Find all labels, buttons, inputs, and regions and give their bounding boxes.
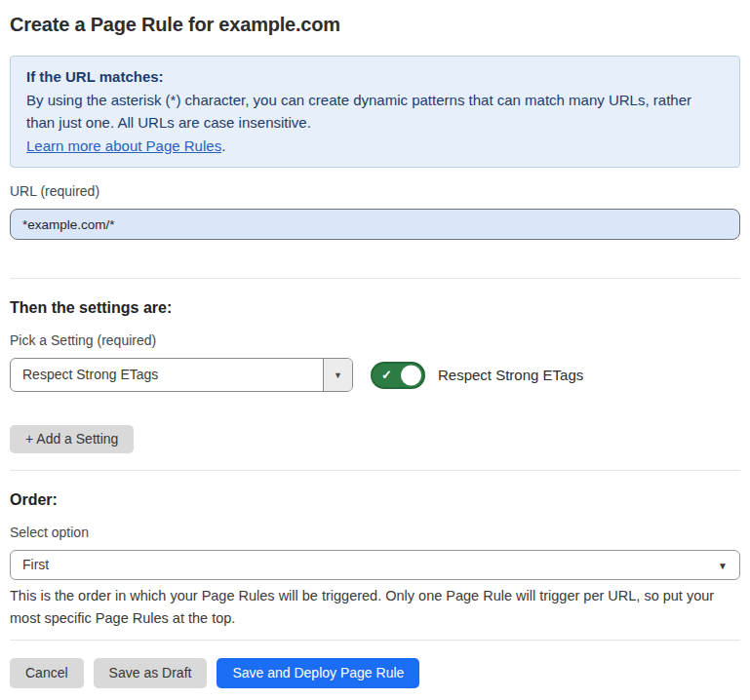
order-select-value: First [11,551,739,579]
toggle-knob [401,365,421,385]
respect-strong-etags-toggle[interactable]: ✓ [371,362,425,389]
order-select[interactable]: First ▼ [10,550,740,580]
footer-actions: Cancel Save as Draft Save and Deploy Pag… [10,658,740,688]
pick-setting-label: Pick a Setting (required) [10,332,740,349]
settings-section-heading: Then the settings are: [10,298,740,317]
info-box-body: By using the asterisk (*) character, you… [26,89,724,135]
setting-select-arrow-button[interactable]: ▼ [323,359,352,391]
chevron-down-icon: ▼ [718,560,728,570]
url-input[interactable] [10,209,740,240]
divider [10,278,740,279]
setting-select[interactable]: Respect Strong ETags ▼ [10,358,353,392]
toggle-label: Respect Strong ETags [438,367,583,383]
info-box-link-line: Learn more about Page Rules. [26,135,724,158]
order-select-label: Select option [10,525,740,541]
url-match-info-box: If the URL matches: By using the asteris… [10,56,740,168]
add-setting-button[interactable]: + Add a Setting [10,425,134,453]
order-help-text: This is the order in which your Page Rul… [10,585,740,630]
divider [10,640,740,641]
order-section-heading: Order: [10,490,740,509]
divider [10,470,740,471]
create-page-rule-form: Create a Page Rule for example.com If th… [0,0,750,688]
link-suffix: . [221,137,225,154]
check-icon: ✓ [381,369,392,381]
url-field-label: URL (required) [10,183,740,200]
save-as-draft-button[interactable]: Save as Draft [94,658,208,688]
chevron-down-icon: ▼ [334,370,342,380]
page-title: Create a Page Rule for example.com [10,11,740,38]
save-and-deploy-button[interactable]: Save and Deploy Page Rule [217,658,419,688]
learn-more-link[interactable]: Learn more about Page Rules [26,137,221,154]
info-box-heading: If the URL matches: [26,65,724,89]
setting-row: Respect Strong ETags ▼ ✓ Respect Strong … [10,358,740,392]
setting-select-value: Respect Strong ETags [11,359,323,391]
cancel-button[interactable]: Cancel [10,658,84,688]
